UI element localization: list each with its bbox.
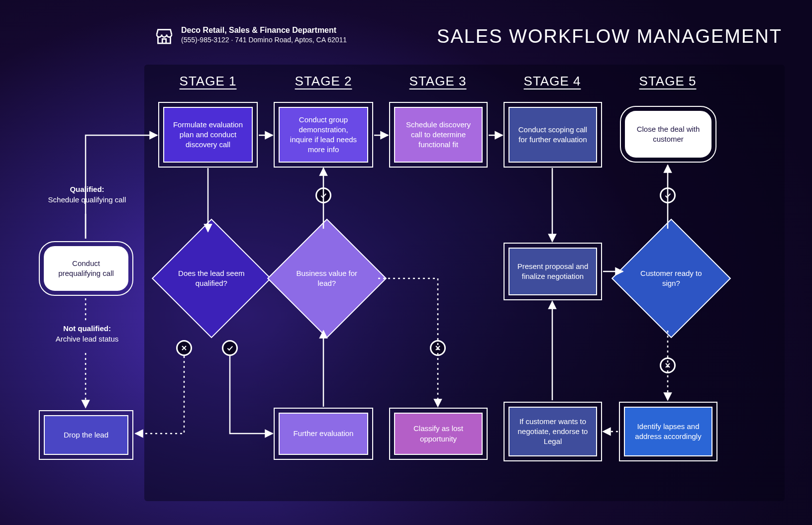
x-icon	[660, 357, 676, 373]
conduct-prequalifying-call: Conduct prequalifying call	[44, 246, 128, 291]
s5-identify-lapses: Identify lapses and address accordingly	[624, 407, 712, 456]
s1-formulate-plan: Formulate evaluation plan and conduct di…	[163, 107, 253, 163]
stage-1-header: STAGE 1	[180, 74, 237, 89]
check-icon	[315, 187, 331, 203]
s4-scoping-call: Conduct scoping call for further evaluat…	[508, 107, 597, 163]
qualified-label: Qualified:Schedule qualifying call	[47, 184, 127, 205]
stage-4-header: STAGE 4	[524, 74, 581, 89]
stage-5-header: STAGE 5	[639, 74, 697, 89]
check-icon	[660, 187, 676, 203]
brand-name: Deco Retail, Sales & Finance Department	[181, 26, 347, 35]
not-qualified-label: Not qualified:Archive lead status	[47, 323, 127, 344]
header: Deco Retail, Sales & Finance Department …	[154, 26, 782, 47]
storefront-icon	[154, 26, 174, 46]
s4-present-proposal: Present proposal and finalize negotiatio…	[508, 248, 597, 295]
stage-3-header: STAGE 3	[409, 74, 467, 89]
stage-2-header: STAGE 2	[295, 74, 352, 89]
s3-lost-opportunity: Classify as lost opportunity	[394, 413, 483, 455]
brand-block: Deco Retail, Sales & Finance Department …	[154, 26, 347, 46]
page-title: SALES WORKFLOW MANAGEMENT	[437, 26, 782, 47]
s2-further-evaluation: Further evaluation	[279, 413, 368, 455]
s2-group-demo: Conduct group demonstration, inquire if …	[279, 107, 368, 163]
x-icon	[176, 340, 192, 356]
drop-the-lead: Drop the lead	[44, 415, 128, 455]
s4-negotiate-legal: If customer wants to negotiate, endorse …	[508, 407, 597, 456]
s3-discovery-call: Schedule discovery call to determine fun…	[394, 107, 483, 163]
s5-close-deal: Close the deal with customer	[625, 111, 711, 158]
check-icon	[222, 340, 238, 356]
x-icon	[430, 340, 446, 356]
brand-contact: (555)-985-3122 · 741 Domino Road, Aptos,…	[181, 36, 347, 44]
